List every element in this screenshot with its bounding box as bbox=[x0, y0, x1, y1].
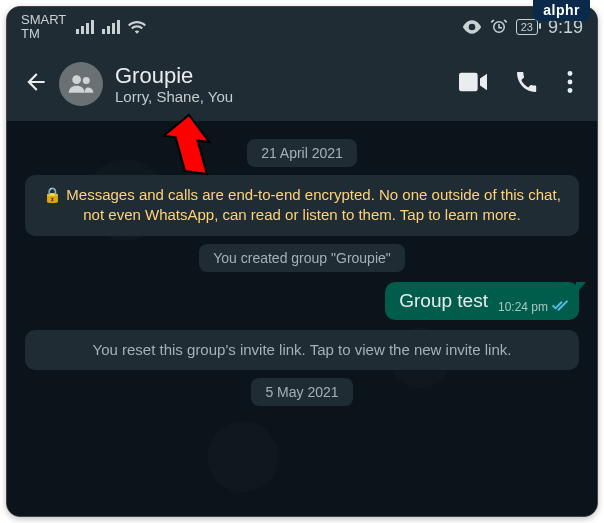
video-call-button[interactable] bbox=[445, 64, 501, 104]
status-bar: SMART TM 23 9:19 bbox=[7, 7, 597, 47]
chat-title-area[interactable]: Groupie Lorry, Shane, You bbox=[115, 63, 445, 105]
message-time: 10:24 pm bbox=[498, 300, 548, 314]
carrier-line2: TM bbox=[21, 27, 66, 41]
alphr-watermark: alphr bbox=[533, 0, 590, 21]
system-message-invite-reset[interactable]: You reset this group's invite link. Tap … bbox=[25, 330, 579, 370]
system-message-created: You created group "Groupie" bbox=[199, 244, 405, 272]
signal-icon-2 bbox=[102, 20, 120, 34]
svg-point-1 bbox=[83, 77, 90, 84]
phone-screenshot: SMART TM 23 9:19 Groupie Lorry bbox=[6, 6, 598, 517]
message-text: Group test bbox=[399, 290, 488, 312]
voice-call-button[interactable] bbox=[501, 62, 553, 106]
alarm-icon bbox=[490, 18, 508, 36]
svg-point-4 bbox=[568, 88, 573, 93]
date-chip-2: 5 May 2021 bbox=[251, 378, 352, 406]
carrier-line1: SMART bbox=[21, 13, 66, 27]
eye-icon bbox=[462, 20, 482, 34]
chat-header[interactable]: Groupie Lorry, Shane, You bbox=[7, 47, 597, 121]
wifi-icon bbox=[128, 20, 146, 34]
chat-members: Lorry, Shane, You bbox=[115, 88, 445, 105]
chat-body[interactable]: 21 April 2021 🔒 Messages and calls are e… bbox=[7, 121, 597, 516]
date-chip: 21 April 2021 bbox=[247, 139, 357, 167]
signal-icon bbox=[76, 20, 94, 34]
svg-point-3 bbox=[568, 80, 573, 85]
group-avatar-icon[interactable] bbox=[59, 62, 103, 106]
sent-message-bubble[interactable]: Group test 10:24 pm bbox=[385, 282, 579, 320]
chat-title: Groupie bbox=[115, 63, 445, 88]
encryption-notice[interactable]: 🔒 Messages and calls are end-to-end encr… bbox=[25, 175, 579, 236]
encryption-text: Messages and calls are end-to-end encryp… bbox=[66, 186, 560, 223]
lock-icon: 🔒 bbox=[43, 186, 66, 203]
more-options-button[interactable] bbox=[553, 63, 587, 105]
carrier-label: SMART TM bbox=[21, 13, 66, 40]
svg-point-2 bbox=[568, 71, 573, 76]
back-button[interactable] bbox=[17, 63, 55, 105]
battery-indicator: 23 bbox=[516, 19, 538, 35]
read-receipt-icon bbox=[551, 300, 569, 315]
svg-point-0 bbox=[72, 75, 81, 84]
